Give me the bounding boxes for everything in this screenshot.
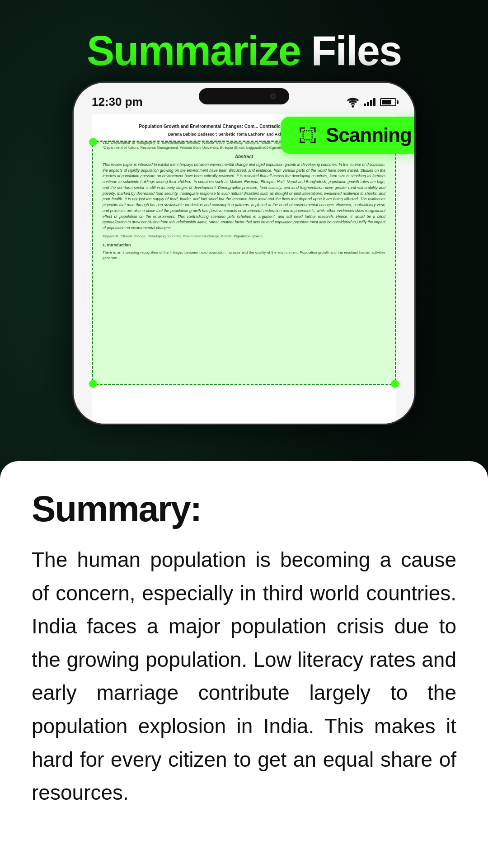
- scan-corner-bl: [89, 380, 97, 388]
- phone-mockup: 12:30 pm: [72, 81, 416, 425]
- header-green-word: Summarize: [87, 28, 300, 74]
- wifi-icon: [347, 96, 359, 108]
- status-time: 12:30 pm: [92, 95, 143, 109]
- summary-card: Summary: The human population is becomin…: [0, 461, 488, 868]
- status-icons: [347, 96, 396, 108]
- scan-corner-br: [391, 380, 399, 388]
- scan-corner-tl: [89, 138, 97, 146]
- svg-rect-1: [303, 131, 312, 140]
- header-title: Summarize Files: [0, 27, 488, 75]
- signal-icon: [364, 98, 375, 106]
- scan-selection-box: [92, 141, 396, 385]
- header-white-word2: Files: [311, 28, 401, 74]
- summary-label: Summary:: [32, 488, 456, 530]
- phone-frame: 12:30 pm: [72, 81, 416, 425]
- battery-icon: [380, 98, 396, 106]
- scanning-badge: Scanning: [281, 117, 416, 154]
- svg-point-0: [352, 106, 353, 107]
- summary-text: The human population is becoming a cause…: [32, 543, 456, 810]
- scan-icon: [297, 124, 319, 146]
- scanning-text: Scanning: [326, 124, 412, 146]
- phone-notch: [199, 88, 289, 104]
